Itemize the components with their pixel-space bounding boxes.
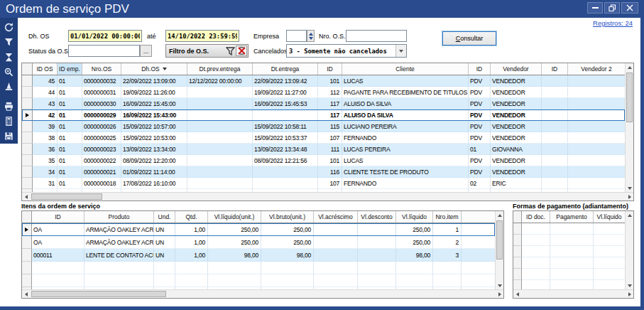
column-header-ID OS[interactable]: ID OS <box>33 63 58 75</box>
column-header-Und.[interactable]: Und. <box>154 211 175 223</box>
row-selector[interactable] <box>22 132 33 144</box>
zoom-button[interactable] <box>1 65 16 80</box>
row-selector[interactable] <box>22 155 33 166</box>
payments-hscrollbar[interactable] <box>513 289 633 298</box>
row-selector[interactable] <box>513 257 522 269</box>
row-selector[interactable] <box>22 249 32 262</box>
orders-hscrollbar[interactable] <box>22 192 633 201</box>
empresa-input[interactable] <box>286 30 307 42</box>
refresh-button[interactable] <box>1 20 16 35</box>
column-header-Vl.acréscimo[interactable]: Vl.acréscimo <box>314 211 358 223</box>
row-selector[interactable] <box>513 223 522 235</box>
column-header-Vl.líquido(unit.)[interactable]: Vl.líquido(unit.) <box>208 211 261 223</box>
row-selector[interactable] <box>22 236 32 249</box>
save-button[interactable] <box>1 129 16 144</box>
cancelados-select[interactable]: 3 - Somente não cancelados <box>286 44 407 58</box>
row-selector[interactable] <box>513 246 522 257</box>
empresa-lookup-button[interactable] <box>307 30 315 42</box>
row-selector[interactable] <box>22 274 32 287</box>
column-header-Vl.desconto[interactable]: Vl.desconto <box>358 211 396 223</box>
column-header-Dt.prev.entrega[interactable]: Dt.prev.entrega <box>187 63 253 75</box>
status-browse-button[interactable]: ... <box>140 45 152 57</box>
restore-button[interactable] <box>604 2 620 14</box>
row-selector[interactable] <box>513 280 522 289</box>
scroll-up-button[interactable] <box>496 211 503 219</box>
scroll-up-button[interactable] <box>626 211 633 219</box>
table-row[interactable]: OAARMAÇÃO OAKLEY ACRILICUN1,00250,00250,… <box>22 236 495 249</box>
scroll-right-button[interactable] <box>496 290 503 298</box>
scroll-left-button[interactable] <box>513 290 521 298</box>
table-row[interactable]: 3101000000001817/08/2022 16:10:00107FERN… <box>22 178 625 189</box>
scroll-down-button[interactable] <box>626 282 633 289</box>
dh-os-to-input[interactable] <box>165 30 239 42</box>
clear-filter-button[interactable] <box>1 50 16 65</box>
row-selector[interactable] <box>513 235 522 246</box>
table-row[interactable]: 3801000000002515/09/2022 10:53:0015/09/2… <box>22 132 625 144</box>
scroll-right-button[interactable] <box>626 290 633 298</box>
table-row[interactable]: OAARMAÇÃO OAKLEY ACRILICUN1,00250,00250,… <box>22 223 495 236</box>
orders-vscrollbar[interactable] <box>625 63 633 192</box>
table-row[interactable]: 3901000000002615/09/2022 10:57:0015/09/2… <box>22 121 625 132</box>
scroll-left-button[interactable] <box>22 193 30 201</box>
hscroll-thumb[interactable] <box>31 193 102 200</box>
payments-vscrollbar[interactable] <box>625 211 633 289</box>
column-header-Dt.entrega[interactable]: Dt.entrega <box>253 63 318 75</box>
column-header-Vl.líquido[interactable]: Vl.líquido <box>594 211 625 223</box>
registros-link[interactable]: Registros: 24 <box>593 19 633 27</box>
row-selector[interactable] <box>22 166 33 178</box>
vscroll-thumb[interactable] <box>496 220 503 260</box>
column-header-Vl.líquido[interactable]: Vl.líquido <box>396 211 433 223</box>
column-header-ID[interactable]: ID <box>32 211 84 223</box>
print-button[interactable] <box>1 99 16 114</box>
scroll-left-button[interactable] <box>22 290 30 298</box>
column-header-Nro.item[interactable]: Nro.item <box>433 211 462 223</box>
column-header-Pagamento[interactable]: Pagamento <box>550 211 594 223</box>
items-vscrollbar[interactable] <box>495 211 503 289</box>
row-selector[interactable] <box>22 75 33 87</box>
row-selector[interactable] <box>22 87 33 98</box>
table-row[interactable]: 4501000000003222/09/2022 13:09:0012/12/2… <box>22 75 625 87</box>
column-header-ID doc.[interactable]: ID doc. <box>522 211 550 223</box>
table-row[interactable]: 4201000000002916/09/2022 15:43:00117ALUI… <box>22 109 625 121</box>
scroll-right-button[interactable] <box>626 193 633 201</box>
dropdown-button[interactable] <box>395 45 406 57</box>
row-selector[interactable] <box>513 269 522 280</box>
table-row[interactable]: 4301000000003016/09/2022 15:45:0016/09/2… <box>22 98 625 109</box>
row-selector[interactable] <box>22 223 32 236</box>
apply-filter-button[interactable] <box>224 46 236 56</box>
column-header-Vl.bruto(unit.)[interactable]: Vl.bruto(unit.) <box>261 211 314 223</box>
column-header-ID[interactable]: ID <box>469 63 491 75</box>
hscroll-thumb[interactable] <box>31 291 166 297</box>
nro-os-input[interactable] <box>346 30 407 42</box>
vscroll-thumb[interactable] <box>626 73 633 122</box>
table-row[interactable]: 3601000000002313/09/2022 13:34:0013/09/2… <box>22 144 625 155</box>
status-os-input[interactable] <box>68 45 140 57</box>
column-header-Dh.OS[interactable]: Dh.OS <box>121 63 187 75</box>
column-header-Vendedor[interactable]: Vendedor <box>491 63 542 75</box>
items-hscrollbar[interactable] <box>22 289 503 298</box>
minimize-button[interactable] <box>587 2 603 14</box>
table-row[interactable]: 3401000000002101/09/2022 11:14:00116CLIE… <box>22 166 625 178</box>
column-header-ID[interactable]: ID <box>318 63 342 75</box>
clear-filter-button2[interactable] <box>236 46 247 56</box>
row-selector[interactable] <box>22 98 33 109</box>
column-header-Qtd.[interactable]: Qtd. <box>175 211 208 223</box>
table-row[interactable]: 3501000000002208/09/2022 12:20:0008/09/2… <box>22 155 625 166</box>
column-header-Nro.OS[interactable]: Nro.OS <box>82 63 121 75</box>
scroll-down-button[interactable] <box>496 282 503 289</box>
row-selector[interactable] <box>22 121 33 132</box>
row-selector[interactable] <box>22 144 33 155</box>
column-header-spacer[interactable] <box>462 211 495 223</box>
dh-os-from-input[interactable] <box>68 30 142 42</box>
cone-button[interactable] <box>1 80 16 95</box>
scroll-down-button[interactable] <box>626 184 633 192</box>
table-row[interactable]: 000011LENTE DE CONTATO ACUVUUN1,0098,009… <box>22 249 495 262</box>
column-header-Produto[interactable]: Produto <box>84 211 154 223</box>
close-button[interactable] <box>621 2 638 14</box>
row-selector[interactable] <box>22 262 32 274</box>
filter-button[interactable] <box>1 35 16 50</box>
calculator-button[interactable] <box>1 114 16 129</box>
column-header-Vendedor 2[interactable]: Vendedor 2 <box>568 63 625 75</box>
row-selector[interactable] <box>22 109 33 121</box>
column-header-Cliente[interactable]: Cliente <box>342 63 469 75</box>
